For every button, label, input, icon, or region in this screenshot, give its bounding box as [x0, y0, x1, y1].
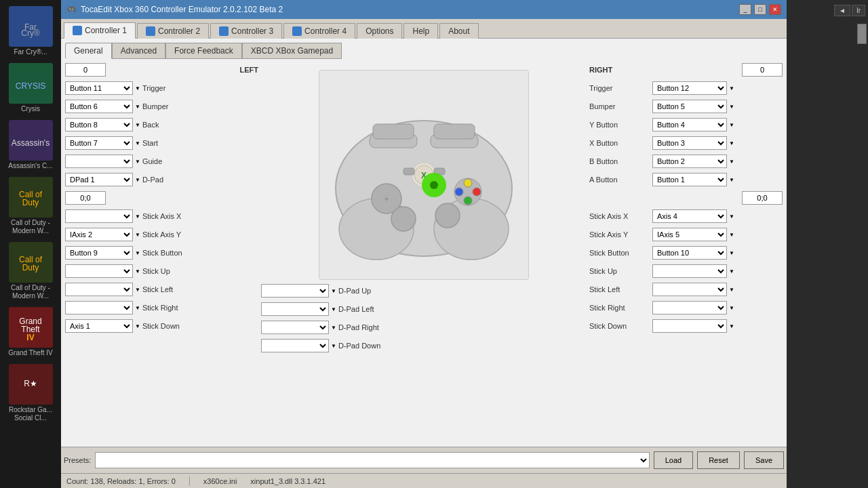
right-sidebar-btn1[interactable]: ◄	[834, 5, 850, 16]
tab-options[interactable]: Options	[357, 23, 402, 39]
right-bumper-select[interactable]: Button 5	[652, 100, 727, 113]
sidebar-label-assassins: Assassin's C...	[8, 162, 52, 170]
maximize-button[interactable]: □	[754, 4, 766, 15]
right-trigger-arrow: ▼	[729, 85, 734, 92]
left-back-select[interactable]: Button 8	[65, 118, 133, 131]
left-start-select[interactable]: Button 7	[65, 136, 133, 150]
svg-text:Cry®: Cry®	[21, 28, 40, 38]
sidebar-item-assassins[interactable]: Assassin's Assassin's C...	[2, 117, 60, 173]
arrow-icon13: ▼	[135, 323, 140, 329]
right-stickdown-select[interactable]	[652, 319, 727, 333]
save-button[interactable]: Save	[744, 451, 784, 469]
tab-controller2[interactable]: Controller 2	[137, 23, 209, 39]
left-stickleft-select[interactable]	[65, 283, 133, 296]
sub-tab-general-label: General	[74, 46, 103, 56]
right-xbtn-select[interactable]: Button 3	[652, 136, 727, 150]
right-stickup-select[interactable]	[652, 264, 727, 278]
sub-tab-general[interactable]: General	[65, 43, 112, 59]
left-bumper-select[interactable]: Button 6	[65, 100, 133, 113]
arrow-icon5: ▼	[135, 159, 140, 165]
center-dpaddown-select[interactable]	[261, 339, 329, 352]
right-xbtn-label: X Button	[589, 139, 650, 147]
right-stickup-label: Stick Up	[589, 267, 650, 275]
sub-tab-forcefeedback[interactable]: Force Feedback	[165, 43, 242, 59]
right-stickright-select[interactable]	[652, 301, 727, 314]
sidebar-item-rockstar[interactable]: R★ Rockstar Ga... Social Cl...	[2, 361, 60, 425]
left-stickright-label: Stick Right	[142, 304, 197, 312]
app-content: Controller 1 Controller 2 Controller 3 C…	[61, 19, 787, 488]
right-stickbtn-select[interactable]: Button 10	[652, 246, 727, 260]
sidebar-item-crysis[interactable]: CRYSIS Crysis	[2, 60, 60, 116]
left-dpad-select[interactable]: DPad 1	[65, 173, 133, 186]
left-stickaxisx-row: ▼ Stick Axis X	[65, 208, 258, 224]
tab-controller3[interactable]: Controller 3	[210, 23, 282, 39]
center-dpadup-row: ▼ D-Pad Up	[261, 283, 587, 299]
controller-svg: X +	[329, 80, 519, 270]
scrollbar-thumb[interactable]	[857, 24, 867, 44]
center-dpadleft-select[interactable]	[261, 302, 329, 316]
tab-help[interactable]: Help	[403, 23, 438, 39]
sidebar-item-cod2[interactable]: Call ofDuty Call of Duty - Modern W...	[2, 239, 60, 303]
left-stickaxisy-select[interactable]: IAxis 2	[65, 228, 133, 241]
minimize-button[interactable]: _	[739, 4, 751, 15]
right-bumper-label: Bumper	[589, 102, 650, 110]
right-xbtn-row: X Button Button 3 ▼	[589, 135, 783, 151]
left-stickaxisx-select[interactable]	[65, 209, 133, 223]
right-stickleft-select[interactable]	[652, 283, 727, 296]
sub-tab-advanced[interactable]: Advanced	[112, 43, 165, 59]
tab-options-label: Options	[366, 26, 393, 36]
right-stickaxisy-label: Stick Axis Y	[589, 230, 650, 239]
sub-tab-bar: General Advanced Force Feedback XBCD XBo…	[65, 43, 783, 59]
presets-select[interactable]	[95, 452, 649, 468]
left-stickdown-row: Axis 1 ▼ Stick Down	[65, 318, 258, 334]
left-stickdown-select[interactable]: Axis 1	[65, 319, 133, 333]
svg-text:Duty: Duty	[22, 198, 39, 207]
left-stickaxisx-label: Stick Axis X	[142, 212, 197, 220]
right-stickaxisy-arrow: ▼	[729, 232, 734, 238]
svg-text:Assassin's: Assassin's	[11, 138, 49, 148]
tab-controller4[interactable]: Controller 4	[283, 23, 355, 39]
left-guide-select[interactable]	[65, 155, 133, 168]
sidebar-item-gta[interactable]: GrandTheftIV Grand Theft IV	[2, 304, 60, 360]
right-sidebar-top: ◄ Ir	[787, 0, 868, 20]
left-stickbtn-select[interactable]: Button 9	[65, 246, 133, 260]
left-stickbtn-row: Button 9 ▼ Stick Button	[65, 245, 258, 261]
right-abtn-select[interactable]: Button 1	[652, 173, 727, 186]
left-stickleft-row: ▼ Stick Left	[65, 281, 258, 298]
center-dpadright-select[interactable]	[261, 321, 329, 334]
right-stickaxisx-select[interactable]: Axis 4	[652, 209, 727, 223]
controller1-icon	[73, 26, 82, 35]
left-guide-row: ▼ Guide	[65, 153, 258, 169]
scrollbar-area[interactable]	[787, 20, 868, 488]
sub-tab-xbcd[interactable]: XBCD XBox Gamepad	[242, 43, 342, 59]
left-back-row: Button 8 ▼ Back	[65, 117, 258, 133]
right-abtn-arrow: ▼	[729, 177, 734, 183]
right-sidebar-btn2[interactable]: Ir	[852, 5, 865, 16]
tab-about[interactable]: About	[439, 23, 478, 39]
close-button[interactable]: ✕	[769, 4, 781, 15]
center-dpaddown-label: D-Pad Down	[338, 342, 393, 350]
left-stickup-select[interactable]	[65, 264, 133, 278]
sidebar-label-cod2: Call of Duty - Modern W...	[3, 284, 58, 300]
right-trigger-select[interactable]: Button 12	[652, 81, 727, 95]
left-trigger-select[interactable]: Button 11	[65, 81, 133, 95]
right-ybtn-select[interactable]: Button 4	[652, 118, 727, 131]
reset-button[interactable]: Reset	[697, 451, 740, 469]
sidebar-item-cod1[interactable]: Call ofDuty Call of Duty - Modern W...	[2, 174, 60, 238]
left-stickright-select[interactable]	[65, 301, 133, 314]
load-button[interactable]: Load	[654, 451, 693, 469]
status-count: Count: 138, Reloads: 1, Errors: 0	[66, 477, 176, 485]
center-dpadleft-label: D-Pad Left	[338, 305, 393, 313]
sidebar-icon-farcry: FarCry®	[9, 6, 53, 47]
sidebar-icon-gta: GrandTheftIV	[9, 307, 53, 348]
sidebar-item-farcry[interactable]: FarCry® Far Cry®...	[2, 3, 60, 59]
center-dpadleft-arrow: ▼	[331, 306, 336, 312]
tab-controller1[interactable]: Controller 1	[64, 22, 136, 39]
right-bbtn-select[interactable]: Button 2	[652, 155, 727, 168]
right-bumper-row: Bumper Button 5 ▼	[589, 98, 783, 115]
center-dpadup-select[interactable]	[261, 284, 329, 298]
right-stickaxisy-select[interactable]: IAxis 5	[652, 228, 727, 241]
right-stickleft-row: Stick Left ▼	[589, 281, 783, 298]
left-panel: 0 LEFT Button 11 ▼ Trigger Button 6 ▼ Bu…	[65, 63, 258, 443]
center-dpadright-arrow: ▼	[331, 325, 336, 331]
